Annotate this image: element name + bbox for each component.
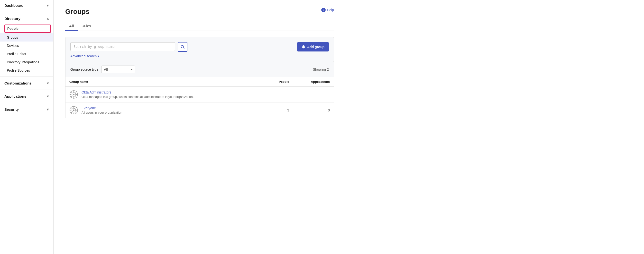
add-group-label: Add group bbox=[307, 45, 324, 49]
col-applications: Applications bbox=[293, 77, 334, 87]
add-group-icon: ⊕ bbox=[302, 45, 305, 49]
chevron-down-icon: ∨ bbox=[47, 108, 49, 111]
sidebar-item-profile-sources[interactable]: Profile Sources bbox=[0, 66, 53, 75]
table-header-row: Group name People Applications bbox=[66, 77, 334, 87]
sidebar-dashboard-label: Dashboard bbox=[4, 3, 23, 7]
group-apps-okta-admins bbox=[293, 87, 334, 103]
col-people: People bbox=[266, 77, 293, 87]
sidebar-item-groups[interactable]: Groups bbox=[0, 33, 53, 41]
group-icon-okta-admins bbox=[69, 90, 78, 99]
search-input[interactable] bbox=[70, 42, 175, 51]
search-section: ⊕ Add group Advanced search ▾ bbox=[65, 37, 334, 62]
main-content: Groups ? Help All Rules bbox=[54, 0, 644, 254]
add-group-button[interactable]: ⊕ Add group bbox=[297, 42, 329, 51]
group-name-everyone[interactable]: Everyone bbox=[82, 106, 122, 110]
advanced-search-label: Advanced search bbox=[70, 54, 96, 58]
group-source-type-select[interactable]: All Okta Active Directory LDAP bbox=[101, 66, 135, 73]
sidebar-item-profile-editor[interactable]: Profile Editor bbox=[0, 50, 53, 58]
table-row: Okta Administrators Okta manages this gr… bbox=[66, 87, 334, 103]
advanced-search-row: Advanced search ▾ bbox=[70, 54, 329, 58]
advanced-search-link[interactable]: Advanced search ▾ bbox=[70, 54, 329, 58]
sidebar-item-people[interactable]: People bbox=[4, 24, 51, 33]
svg-point-15 bbox=[73, 110, 74, 111]
sidebar-directory-label: Directory bbox=[4, 16, 20, 21]
filter-label: Group source type bbox=[70, 68, 98, 71]
sidebar: Dashboard ∨ Directory ∧ People Groups De… bbox=[0, 0, 54, 254]
sidebar-customizations[interactable]: Customizations ∨ bbox=[0, 78, 53, 89]
svg-line-1 bbox=[184, 48, 184, 48]
chevron-down-icon: ∨ bbox=[47, 82, 49, 85]
help-link[interactable]: ? Help bbox=[321, 8, 334, 12]
svg-line-21 bbox=[76, 112, 77, 113]
tabs-bar: All Rules bbox=[65, 21, 334, 31]
tab-all[interactable]: All bbox=[65, 21, 78, 31]
chevron-down-icon: ∨ bbox=[47, 4, 49, 7]
page-title: Groups bbox=[65, 8, 90, 15]
chevron-up-icon: ∧ bbox=[47, 17, 49, 20]
showing-count: Showing 2 bbox=[313, 68, 329, 71]
tab-rules[interactable]: Rules bbox=[78, 21, 95, 31]
sidebar-security-label: Security bbox=[4, 107, 19, 112]
chevron-down-icon: ∨ bbox=[47, 95, 49, 98]
group-desc-okta-admins: Okta manages this group, which contains … bbox=[82, 95, 194, 99]
groups-table: Group name People Applications bbox=[65, 77, 334, 118]
svg-line-9 bbox=[71, 92, 72, 93]
sidebar-item-devices[interactable]: Devices bbox=[0, 41, 53, 50]
page-header: Groups ? Help bbox=[65, 8, 334, 15]
search-input-wrapper bbox=[70, 42, 175, 52]
group-apps-everyone: 0 bbox=[293, 103, 334, 118]
group-people-okta-admins bbox=[266, 87, 293, 103]
search-icon bbox=[180, 45, 185, 49]
advanced-search-arrow-icon: ▾ bbox=[98, 54, 99, 58]
sidebar-customizations-label: Customizations bbox=[4, 81, 32, 85]
filter-left: Group source type All Okta Active Direct… bbox=[70, 66, 135, 73]
help-icon: ? bbox=[321, 8, 326, 12]
sidebar-applications-label: Applications bbox=[4, 94, 26, 98]
group-name-okta-admins[interactable]: Okta Administrators bbox=[82, 90, 194, 94]
sidebar-security[interactable]: Security ∨ bbox=[0, 104, 53, 115]
group-cell-everyone: Everyone All users in your organization bbox=[66, 103, 266, 118]
group-people-everyone: 3 bbox=[266, 103, 293, 118]
search-row: ⊕ Add group bbox=[70, 42, 329, 52]
svg-point-4 bbox=[73, 94, 74, 95]
svg-line-12 bbox=[71, 96, 72, 97]
svg-line-23 bbox=[71, 112, 72, 113]
svg-line-10 bbox=[76, 96, 77, 97]
group-icon-everyone bbox=[69, 106, 78, 115]
sidebar-applications[interactable]: Applications ∨ bbox=[0, 91, 53, 102]
search-button[interactable] bbox=[178, 42, 188, 52]
filter-row: Group source type All Okta Active Direct… bbox=[65, 62, 334, 77]
sidebar-directory[interactable]: Directory ∧ bbox=[0, 13, 53, 24]
help-label: Help bbox=[327, 8, 334, 12]
svg-line-22 bbox=[76, 107, 77, 108]
table-row: Everyone All users in your organization … bbox=[66, 103, 334, 118]
svg-line-11 bbox=[76, 92, 77, 93]
group-cell-okta-admins: Okta Administrators Okta manages this gr… bbox=[66, 87, 266, 103]
sidebar-item-directory-integrations[interactable]: Directory Integrations bbox=[0, 58, 53, 66]
col-group-name: Group name bbox=[66, 77, 266, 87]
group-desc-everyone: All users in your organization bbox=[82, 111, 122, 114]
sidebar-dashboard[interactable]: Dashboard ∨ bbox=[0, 0, 53, 11]
svg-line-20 bbox=[71, 107, 72, 108]
